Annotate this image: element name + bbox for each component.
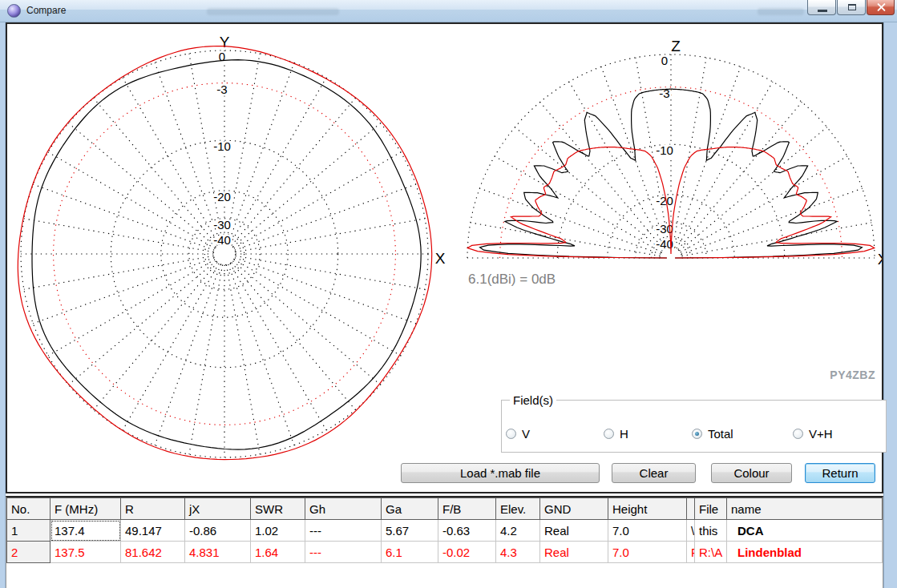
row-number[interactable]: 2: [7, 542, 51, 563]
col-header-no-: No.: [7, 498, 51, 520]
grid-spoke: [235, 258, 416, 324]
col-header-file-sliver: [687, 498, 695, 520]
col-header-elev-: Elev.: [496, 498, 540, 520]
table-cell[interactable]: 137.4: [51, 520, 121, 542]
grid-spoke: [226, 265, 260, 455]
grid-spoke: [123, 264, 219, 430]
radio-vplush[interactable]: V+H: [793, 427, 833, 441]
grid-spoke: [189, 265, 223, 455]
caption-buttons: [806, 0, 895, 15]
db-ring-label: -3: [659, 87, 669, 100]
table-row: 2137.581.6424.8311.64---6.1-0.024.3Real7…: [7, 542, 883, 563]
table-cell[interactable]: DCA: [727, 520, 883, 542]
col-header-f-mhz-: F (MHz): [51, 498, 121, 520]
col-header-ga: Ga: [382, 498, 438, 520]
table-cell[interactable]: 4.3: [496, 542, 540, 563]
table-cell[interactable]: 81.642: [121, 542, 185, 563]
row-number[interactable]: 1: [7, 520, 51, 542]
table-cell[interactable]: ---: [305, 542, 382, 563]
window-border-right: [883, 22, 897, 588]
maximize-icon: [848, 4, 856, 10]
table-cell[interactable]: -0.86: [185, 520, 251, 542]
table-cell[interactable]: 1.02: [251, 520, 305, 542]
table-cell[interactable]: R:\A: [695, 542, 727, 563]
radio-circle-icon: [793, 429, 803, 439]
axis-top-label: Y: [220, 34, 230, 50]
grid-spoke: [48, 260, 215, 356]
table-cell[interactable]: 1.64: [251, 542, 305, 563]
axis-top-label: Z: [671, 38, 681, 54]
watermark: PY4ZBZ: [830, 369, 875, 381]
table-cell[interactable]: Real: [540, 542, 608, 563]
results-table: No.F (MHz)RjXSWRGhGaF/BElev.GNDHeightFil…: [6, 497, 883, 563]
table-cell[interactable]: 7.0: [608, 520, 687, 542]
colour-button[interactable]: Colour: [711, 463, 792, 483]
col-header-r: R: [121, 498, 185, 520]
table-row: 1137.449.147-0.861.02---5.67-0.634.2Real…: [7, 520, 883, 542]
axis-side-label: X: [878, 251, 882, 268]
close-button[interactable]: [867, 0, 895, 15]
table-cell[interactable]: 4.831: [185, 542, 251, 563]
grid-spoke: [681, 156, 847, 252]
maximize-button[interactable]: [837, 0, 866, 15]
return-button[interactable]: Return: [805, 463, 875, 483]
grid-spoke: [540, 102, 665, 249]
radio-circle-icon: [604, 429, 614, 439]
background-window-ghost-text: [207, 8, 339, 15]
db-ring-label: 0: [661, 54, 668, 67]
db-ring-label: -40: [213, 233, 231, 247]
table-cell[interactable]: 7.0: [608, 542, 687, 563]
radio-label: Total: [708, 427, 733, 441]
col-header-file: File: [695, 498, 727, 520]
radio-total[interactable]: Total: [692, 427, 733, 441]
radio-label: V+H: [809, 427, 833, 441]
grid-ring: [161, 191, 288, 317]
plot-panel: 0-3-10-20-30-40YX0-3-10-20-30-40ZX 6.1(d…: [6, 22, 883, 493]
table-cell[interactable]: ---: [305, 520, 382, 542]
grid-spoke: [673, 58, 706, 248]
window-titlebar[interactable]: Compare: [0, 0, 897, 22]
table-cell[interactable]: 5.67: [382, 520, 438, 542]
radio-v[interactable]: V: [506, 427, 530, 441]
table-header-row: No.F (MHz)RjXSWRGhGaF/BElev.GNDHeightFil…: [7, 498, 883, 520]
minimize-button[interactable]: [807, 0, 836, 15]
grid-spoke: [230, 78, 326, 244]
col-header-f-b: F/B: [438, 498, 496, 520]
results-table-panel: No.F (MHz)RjXSWRGhGaF/BElev.GNDHeightFil…: [6, 496, 883, 588]
grid-ring: [54, 83, 396, 425]
grid-spoke: [675, 66, 741, 248]
axis-side-label: X: [435, 250, 446, 267]
grid-spoke: [678, 102, 802, 249]
elevation-plot: 0-3-10-20-30-40ZX: [467, 38, 882, 268]
table-cell[interactable]: \: [687, 520, 695, 542]
table-cell[interactable]: 6.1: [382, 542, 438, 563]
fields-group: Field(s) VHTotalV+H: [501, 400, 887, 453]
grid-spoke: [232, 98, 356, 245]
table-cell[interactable]: -0.63: [438, 520, 496, 542]
table-cell[interactable]: 4.2: [496, 520, 540, 542]
grid-spoke: [228, 62, 294, 244]
grid-spoke: [682, 223, 872, 256]
db-ring-label: -10: [656, 143, 673, 157]
grid-spoke: [234, 260, 401, 356]
db-ring-label: -20: [213, 190, 231, 203]
col-header-gnd: GND: [540, 498, 608, 520]
table-cell[interactable]: F: [687, 542, 695, 563]
table-cell[interactable]: this: [695, 520, 727, 542]
radio-label: V: [522, 427, 530, 441]
table-cell[interactable]: 137.5: [51, 542, 121, 563]
grid-spoke: [155, 264, 220, 445]
table-cell[interactable]: Lindenblad: [727, 542, 883, 563]
grid-spoke: [33, 258, 214, 324]
table-cell[interactable]: Real: [540, 520, 608, 542]
grid-spoke: [234, 152, 401, 248]
load-mab-file-button[interactable]: Load *.mab file: [401, 463, 600, 483]
table-cell[interactable]: -0.02: [438, 542, 496, 563]
col-header-height: Height: [608, 498, 687, 520]
table-cell[interactable]: 49.147: [121, 520, 185, 542]
db-ring-label: -30: [213, 218, 231, 232]
col-header-jx: jX: [185, 498, 251, 520]
clear-button[interactable]: Clear: [612, 463, 696, 483]
radio-h[interactable]: H: [604, 427, 628, 441]
window-border-left: [0, 22, 6, 588]
